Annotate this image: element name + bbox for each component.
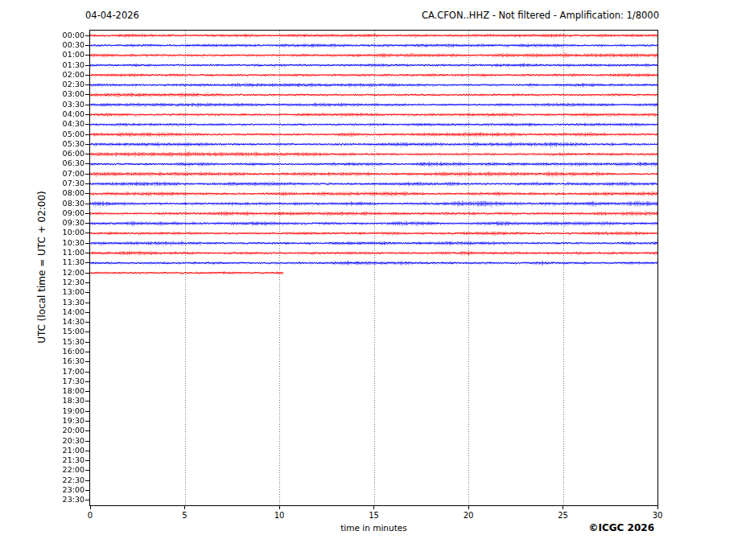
y-tick-label: 16:30 <box>0 357 84 365</box>
y-tick-label: 02:00 <box>0 71 84 79</box>
y-tick-label: 14:00 <box>0 308 84 316</box>
y-tick <box>85 401 89 401</box>
y-tick-label: 11:30 <box>0 258 84 266</box>
y-tick-label: 02:30 <box>0 80 84 89</box>
y-tick <box>85 331 89 332</box>
y-tick <box>85 193 89 194</box>
y-tick-label: 04:00 <box>0 110 84 118</box>
y-tick <box>85 55 89 56</box>
y-tick <box>85 65 89 66</box>
y-tick-label: 03:00 <box>0 90 84 98</box>
y-tick-label: 23:30 <box>0 496 84 504</box>
y-tick <box>85 75 89 76</box>
y-tick <box>85 163 89 164</box>
y-tick <box>85 441 89 442</box>
y-tick-label: 10:00 <box>0 229 84 237</box>
y-tick-label: 15:00 <box>0 327 84 336</box>
y-tick-label: 16:00 <box>0 348 84 356</box>
x-tick <box>657 506 658 509</box>
x-tick <box>563 506 563 509</box>
y-tick <box>85 223 89 224</box>
x-tick-label: 10 <box>263 511 295 520</box>
x-tick-label: 25 <box>547 511 579 520</box>
y-tick <box>85 342 89 343</box>
y-tick <box>85 372 89 373</box>
y-tick <box>85 243 89 244</box>
y-tick-label: 13:00 <box>0 288 84 296</box>
x-tick-label: 0 <box>74 511 106 520</box>
x-tick-label: 30 <box>641 511 674 520</box>
y-tick-label: 23:00 <box>0 486 84 494</box>
y-tick <box>85 303 89 303</box>
y-tick-label: 08:00 <box>0 189 84 197</box>
y-tick-label: 05:30 <box>0 140 84 148</box>
y-tick <box>85 45 89 46</box>
y-tick <box>85 500 89 500</box>
y-tick-label: 21:00 <box>0 447 84 455</box>
y-tick-label: 20:00 <box>0 426 84 434</box>
y-tick <box>85 451 89 451</box>
y-tick-label: 06:00 <box>0 150 84 158</box>
y-tick <box>85 411 89 412</box>
y-tick <box>85 312 89 313</box>
y-tick <box>85 183 89 184</box>
copyright-label: ©ICGC 2026 <box>493 522 654 533</box>
y-tick-label: 15:30 <box>0 338 84 346</box>
x-axis-title: time in minutes <box>253 523 495 533</box>
y-tick <box>85 154 89 154</box>
plot-title: CA.CFON..HHZ - Not filtered - Amplificat… <box>422 10 659 21</box>
y-tick-label: 12:30 <box>0 278 84 286</box>
y-tick <box>85 262 89 263</box>
y-tick <box>85 282 89 283</box>
y-tick-label: 13:30 <box>0 299 84 307</box>
y-tick-label: 22:30 <box>0 476 84 484</box>
y-tick-label: 11:00 <box>0 249 84 257</box>
y-tick-label: 18:00 <box>0 387 84 395</box>
y-tick-label: 17:00 <box>0 368 84 376</box>
y-tick-label: 18:30 <box>0 397 84 405</box>
helicorder-page: 04-04-2026 CA.CFON..HHZ - Not filtered -… <box>0 0 746 560</box>
x-tick-label: 5 <box>169 511 201 520</box>
y-tick-label: 19:00 <box>0 407 84 415</box>
y-tick-label: 07:30 <box>0 179 84 187</box>
y-tick <box>85 105 89 105</box>
y-tick <box>85 213 89 214</box>
y-tick <box>85 94 89 95</box>
x-tick <box>184 506 185 509</box>
y-tick <box>85 144 89 145</box>
y-tick-label: 01:00 <box>0 51 84 59</box>
y-tick <box>85 84 89 85</box>
y-tick <box>85 391 89 392</box>
y-tick-label: 09:00 <box>0 209 84 217</box>
y-tick-label: 00:30 <box>0 41 84 49</box>
y-tick <box>85 204 89 204</box>
x-tick-label: 15 <box>358 511 390 520</box>
y-tick-label: 09:30 <box>0 219 84 227</box>
y-tick <box>85 253 89 253</box>
y-tick-label: 01:30 <box>0 61 84 69</box>
y-tick-label: 08:30 <box>0 200 84 208</box>
y-tick <box>85 292 89 293</box>
y-tick-label: 00:00 <box>0 31 84 39</box>
y-tick-label: 06:30 <box>0 159 84 167</box>
y-tick <box>85 352 89 352</box>
date-label: 04-04-2026 <box>85 10 139 21</box>
x-tick <box>468 506 469 509</box>
y-tick <box>85 430 89 431</box>
y-tick <box>85 273 89 274</box>
y-tick <box>85 460 89 461</box>
y-tick-label: 05:00 <box>0 130 84 138</box>
y-tick <box>85 421 89 422</box>
x-tick <box>90 506 91 509</box>
y-tick <box>85 124 89 125</box>
y-tick-label: 21:30 <box>0 456 84 464</box>
y-tick <box>85 361 89 362</box>
x-tick <box>373 506 374 509</box>
x-tick <box>279 506 280 509</box>
y-tick-label: 12:00 <box>0 269 84 277</box>
y-tick-label: 14:30 <box>0 318 84 326</box>
y-tick-label: 20:30 <box>0 437 84 445</box>
y-tick <box>85 134 89 135</box>
y-tick <box>85 322 89 323</box>
y-tick <box>85 381 89 382</box>
